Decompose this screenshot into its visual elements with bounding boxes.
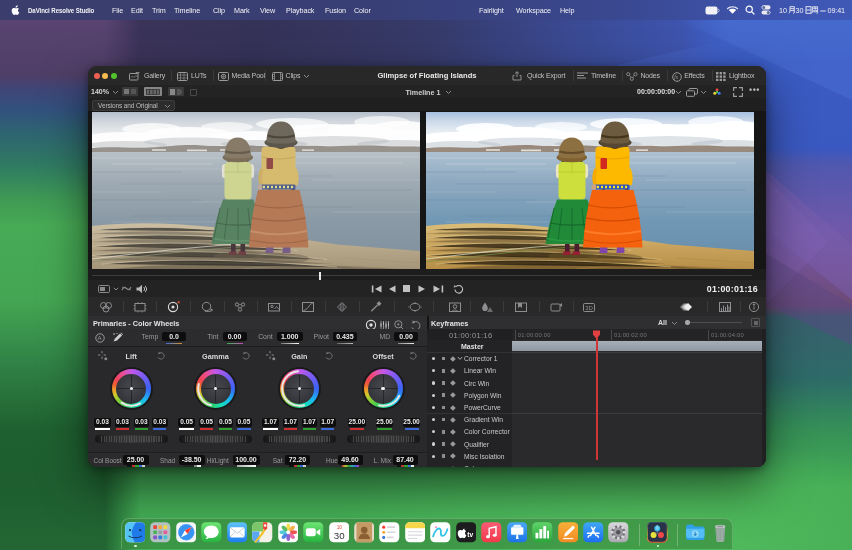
svg-text:tv: tv: [467, 532, 473, 539]
svg-text:A: A: [98, 335, 102, 341]
svg-text:3D: 3D: [585, 304, 593, 310]
svg-text:fx: fx: [674, 74, 679, 80]
svg-text:10: 10: [336, 525, 342, 530]
svg-text:30: 30: [333, 530, 344, 541]
